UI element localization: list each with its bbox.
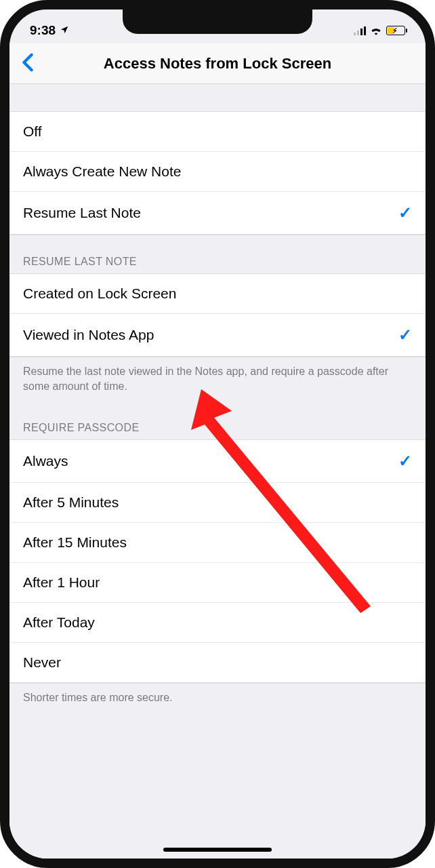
option-label: Never	[23, 654, 61, 671]
option-label: After 5 Minutes	[23, 494, 119, 511]
battery-charging-icon: ⚡︎	[392, 26, 398, 35]
battery-icon: ⚡︎	[386, 26, 405, 35]
option-after-1-hour[interactable]: After 1 Hour	[9, 562, 426, 602]
option-label: Always Create New Note	[23, 163, 181, 180]
resume-group: Created on Lock Screen Viewed in Notes A…	[9, 273, 426, 357]
status-time: 9:38	[30, 23, 56, 38]
device-notch	[123, 9, 312, 34]
wifi-icon	[370, 26, 382, 35]
option-label: After 1 Hour	[23, 574, 100, 591]
option-after-15-minutes[interactable]: After 15 Minutes	[9, 522, 426, 562]
option-label: Resume Last Note	[23, 205, 141, 221]
screen: 9:38 ⚡︎	[9, 9, 426, 859]
home-indicator[interactable]	[163, 848, 272, 852]
access-mode-group: Off Always Create New Note Resume Last N…	[9, 111, 426, 235]
settings-list[interactable]: Off Always Create New Note Resume Last N…	[9, 84, 426, 859]
option-never[interactable]: Never	[9, 642, 426, 683]
option-off[interactable]: Off	[9, 111, 426, 151]
checkmark-icon: ✓	[398, 452, 412, 471]
resume-section-footer: Resume the last note viewed in the Notes…	[9, 357, 426, 401]
option-label: After Today	[23, 614, 95, 631]
nav-title: Access Notes from Lock Screen	[9, 55, 426, 73]
option-always[interactable]: Always ✓	[9, 439, 426, 482]
option-label: Off	[23, 123, 42, 140]
passcode-section-header: REQUIRE PASSCODE	[9, 401, 426, 439]
back-button[interactable]	[16, 52, 39, 75]
checkmark-icon: ✓	[398, 326, 412, 344]
option-label: Viewed in Notes App	[23, 327, 154, 343]
passcode-section-footer: Shorter times are more secure.	[9, 684, 426, 713]
option-label: After 15 Minutes	[23, 534, 127, 551]
status-right: ⚡︎	[354, 26, 405, 35]
resume-section-header: RESUME LAST NOTE	[9, 235, 426, 273]
option-resume-last-note[interactable]: Resume Last Note ✓	[9, 191, 426, 235]
option-label: Always	[23, 453, 68, 469]
option-always-create-new-note[interactable]: Always Create New Note	[9, 151, 426, 191]
passcode-group: Always ✓ After 5 Minutes After 15 Minute…	[9, 439, 426, 684]
iphone-frame: 9:38 ⚡︎	[0, 0, 435, 868]
option-after-5-minutes[interactable]: After 5 Minutes	[9, 482, 426, 522]
option-after-today[interactable]: After Today	[9, 602, 426, 642]
status-left: 9:38	[30, 23, 69, 38]
option-viewed-in-notes-app[interactable]: Viewed in Notes App ✓	[9, 313, 426, 357]
location-arrow-icon	[60, 23, 69, 38]
nav-bar: Access Notes from Lock Screen	[9, 43, 426, 84]
checkmark-icon: ✓	[398, 203, 412, 222]
cellular-signal-icon	[354, 26, 366, 35]
option-label: Created on Lock Screen	[23, 285, 176, 302]
option-created-on-lock-screen[interactable]: Created on Lock Screen	[9, 273, 426, 313]
